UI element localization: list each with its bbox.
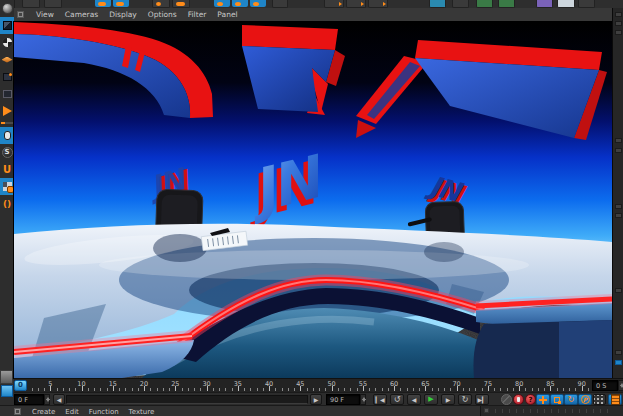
- toolbar-icon-clipped[interactable]: [578, 0, 595, 8]
- time-field[interactable]: 0 S: [592, 380, 618, 391]
- previous-frame-button[interactable]: ◀: [407, 394, 421, 405]
- checker-sphere-icon: [2, 37, 13, 48]
- preview-range-track[interactable]: [66, 395, 308, 404]
- timeline-ruler[interactable]: 0 5 10 15 20 25 30 35 40 45 50 55 60 65 …: [14, 378, 623, 392]
- range-end-spinner[interactable]: [360, 394, 366, 405]
- toolbar-icon-clipped[interactable]: [452, 0, 469, 8]
- mouse-tool-selected[interactable]: [0, 127, 14, 144]
- toolbar-icon-clipped[interactable]: [214, 0, 230, 7]
- timeline-menu-icon[interactable]: [14, 408, 21, 415]
- toolbar-icon-clipped[interactable]: [22, 0, 40, 8]
- right-panel-strip: [612, 8, 623, 392]
- menu-view[interactable]: View: [36, 10, 54, 19]
- panel-grip[interactable]: [615, 148, 622, 153]
- scale-icon: [554, 397, 560, 403]
- polygon-cube-tool[interactable]: [0, 68, 14, 85]
- frame-label: 40: [259, 380, 279, 388]
- fcurve-mini-panel[interactable]: [480, 406, 623, 416]
- snap-tool[interactable]: S: [0, 144, 14, 161]
- record-keyframe-button[interactable]: [513, 394, 524, 405]
- loop-button[interactable]: ↻: [458, 394, 472, 405]
- play-backwards-button[interactable]: ↺: [390, 394, 404, 405]
- toolbar-icon-clipped[interactable]: [476, 0, 493, 8]
- goto-start-button[interactable]: ▎◀: [373, 394, 387, 405]
- toolbar-icon-clipped[interactable]: [536, 0, 553, 8]
- toolbar-dropdown-clipped[interactable]: [324, 0, 344, 8]
- panel-grip[interactable]: [615, 288, 622, 293]
- frame-label: 20: [134, 380, 154, 388]
- toolbar-dropdown-clipped[interactable]: [346, 0, 366, 8]
- panel-grip[interactable]: [615, 138, 622, 143]
- toolbar-icon-clipped[interactable]: [152, 0, 170, 8]
- key-scale-button[interactable]: [550, 394, 564, 405]
- toolbar-dropdown-clipped[interactable]: [368, 0, 388, 8]
- panel-grip[interactable]: [615, 21, 622, 26]
- viewport-menu-icon[interactable]: [17, 11, 24, 18]
- menu-texture[interactable]: Texture: [129, 408, 155, 416]
- panel-grip-active[interactable]: [615, 360, 622, 365]
- plane-tool[interactable]: [0, 51, 14, 68]
- goto-end-button[interactable]: ▶▎: [475, 394, 489, 405]
- toolbar-icon-clipped[interactable]: [498, 0, 515, 8]
- checker-sphere-tool[interactable]: [0, 34, 14, 51]
- brackets-tool[interactable]: (): [0, 195, 14, 212]
- key-pla-button[interactable]: [608, 394, 622, 405]
- s-sphere-icon: S: [2, 147, 13, 158]
- desk-wing-right: [473, 299, 612, 378]
- sphere-tool[interactable]: [0, 0, 14, 17]
- time-field-spinner[interactable]: [618, 380, 623, 391]
- menu-edit[interactable]: Edit: [65, 408, 79, 416]
- mini-panel-ticks: [495, 409, 613, 413]
- range-handle-right[interactable]: ▶: [310, 394, 322, 405]
- toolbar-icon-clipped[interactable]: [232, 0, 248, 7]
- key-position-button[interactable]: [536, 394, 550, 405]
- key-points-button[interactable]: [593, 394, 606, 405]
- animation-toolbar: 0 F ◀ ▶ 90 F ▎◀ ↺ ◀ ▶ ▶ ↻ ▶▎ ? ↻ P: [14, 392, 623, 405]
- wire-cube-tool[interactable]: [0, 85, 14, 102]
- frame-label: 70: [447, 380, 467, 388]
- toolbar-icon-clipped[interactable]: [272, 0, 288, 8]
- panel-grip[interactable]: [615, 204, 622, 209]
- menu-display[interactable]: Display: [109, 10, 137, 19]
- menu-options[interactable]: Options: [148, 10, 177, 19]
- menu-cameras[interactable]: Cameras: [65, 10, 98, 19]
- range-handle-left[interactable]: ◀: [53, 394, 65, 405]
- panel-grip[interactable]: [615, 350, 622, 355]
- range-start-field[interactable]: 0 F: [14, 394, 44, 405]
- key-parameter-button[interactable]: P: [578, 394, 592, 405]
- key-rotation-button[interactable]: ↻: [564, 394, 578, 405]
- frame-label: 30: [197, 380, 217, 388]
- menu-create[interactable]: Create: [32, 408, 55, 416]
- panel-grip[interactable]: [615, 12, 622, 17]
- current-frame-marker[interactable]: 0: [14, 380, 27, 391]
- frame-label: 25: [165, 380, 185, 388]
- range-end-field[interactable]: 90 F: [326, 394, 360, 405]
- panel-grip[interactable]: [615, 30, 622, 35]
- autokey-button[interactable]: ?: [525, 394, 536, 405]
- frame-label: 80: [509, 380, 529, 388]
- next-frame-button[interactable]: ▶: [441, 394, 455, 405]
- toolbar-icon-clipped[interactable]: [429, 0, 446, 8]
- menu-filter[interactable]: Filter: [188, 10, 207, 19]
- toolbar-icon-clipped[interactable]: [44, 0, 62, 8]
- toolbar-icon-clipped[interactable]: [172, 0, 190, 8]
- texture-lock-tool[interactable]: [0, 178, 14, 195]
- toolbar-icon-clipped[interactable]: [95, 0, 111, 7]
- frame-label: 65: [415, 380, 435, 388]
- magnet-tool[interactable]: U: [0, 161, 14, 178]
- toolbar-icon-clipped[interactable]: [557, 0, 575, 8]
- keyframe-selection-button[interactable]: [501, 394, 512, 405]
- play-button[interactable]: ▶: [424, 394, 438, 405]
- range-start-spinner[interactable]: [44, 394, 50, 405]
- viewport-3d[interactable]: JN JN JN JN JN JN: [14, 22, 612, 378]
- arrow-tool[interactable]: [0, 102, 14, 119]
- menu-function[interactable]: Function: [89, 408, 119, 416]
- toolbar-icon-clipped[interactable]: [113, 0, 129, 7]
- menu-panel[interactable]: Panel: [217, 10, 237, 19]
- rotation-icon: ↻: [568, 396, 575, 404]
- panel-grip[interactable]: [615, 213, 622, 218]
- cube-tool-selected[interactable]: [0, 17, 14, 34]
- frame-label: 60: [384, 380, 404, 388]
- cube-icon: [3, 21, 12, 30]
- toolbar-icon-clipped[interactable]: [250, 0, 266, 7]
